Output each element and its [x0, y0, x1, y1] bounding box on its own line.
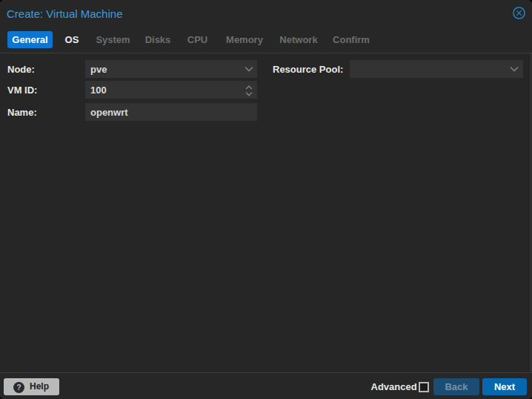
svg-text:?: ? [16, 383, 21, 392]
